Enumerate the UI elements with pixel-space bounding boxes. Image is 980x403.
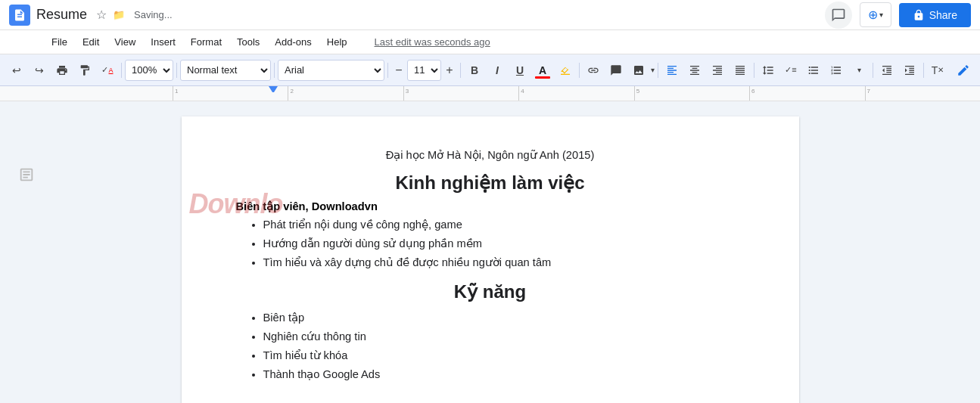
document-area[interactable]: Downlo Đại học Mở Hà Nội, Ngôn ngữ Anh (… xyxy=(0,101,980,403)
divider-9 xyxy=(873,63,873,78)
divider-2 xyxy=(176,63,177,78)
new-doc-button[interactable]: ⊕ ▾ xyxy=(860,2,891,27)
saving-indicator: Saving... xyxy=(134,9,173,20)
align-justify-button[interactable] xyxy=(730,60,751,81)
skill-bullet-2: Nghiên cứu thông tin xyxy=(263,327,745,346)
divider-4 xyxy=(387,63,388,78)
text-color-button[interactable]: A xyxy=(532,60,553,81)
menu-insert[interactable]: Insert xyxy=(145,33,182,51)
redo-button[interactable]: ↪ xyxy=(29,60,50,81)
numbered-list-button[interactable] xyxy=(826,60,847,81)
insert-link-button[interactable] xyxy=(583,60,604,81)
plus-icon: ⊕ xyxy=(868,8,878,22)
divider-6 xyxy=(579,63,580,78)
zoom-select[interactable]: 100% 75% 50% 125% 150% xyxy=(125,60,173,81)
spell-check-button[interactable]: ✓A xyxy=(97,60,118,81)
menu-view[interactable]: View xyxy=(108,33,142,51)
last-edit-text: Last edit was seconds ago xyxy=(375,36,490,48)
heading-ky-nang: Kỹ năng xyxy=(236,281,745,302)
app-icon[interactable] xyxy=(9,5,30,26)
decrease-font-button[interactable]: − xyxy=(391,60,406,81)
job-bullet-3: Tìm hiểu và xây dựng chủ đề được nhiều n… xyxy=(263,253,745,272)
align-left-button[interactable] xyxy=(661,60,683,81)
line-spacing-button[interactable] xyxy=(758,60,779,81)
divider-1 xyxy=(121,63,122,78)
insert-comment-button[interactable] xyxy=(605,60,627,81)
bold-button[interactable]: B xyxy=(464,60,485,81)
skill-bullet-1: Biên tập xyxy=(263,308,745,327)
title-right-actions: ⊕ ▾ Share xyxy=(825,2,971,29)
skill-bullet-4: Thành thạo Google Ads xyxy=(263,365,745,384)
menu-edit[interactable]: Edit xyxy=(76,33,105,51)
university-line: Đại học Mở Hà Nội, Ngôn ngữ Anh (2015) xyxy=(236,147,745,163)
divider-5 xyxy=(460,63,461,78)
align-right-button[interactable] xyxy=(707,60,728,81)
font-size-select[interactable]: 11 8 9 10 12 14 18 24 36 xyxy=(407,60,441,81)
style-select[interactable]: Normal text Title Heading 1 Heading 2 He… xyxy=(180,60,271,81)
insert-image-button[interactable] xyxy=(628,60,649,81)
italic-button[interactable]: I xyxy=(487,60,508,81)
menu-file[interactable]: File xyxy=(45,33,73,51)
title-bar: Resume ☆ 📁 Saving... ⊕ ▾ Share xyxy=(0,0,980,30)
chevron-down-icon: ▾ xyxy=(879,11,883,19)
print-button[interactable] xyxy=(51,60,73,81)
bullet-list-button[interactable] xyxy=(803,60,824,81)
divider-3 xyxy=(274,63,275,78)
page-outline-icon xyxy=(18,166,35,186)
decrease-indent-button[interactable] xyxy=(876,60,898,81)
clear-format-button[interactable]: T✕ xyxy=(927,60,948,81)
ruler: 1 2 3 4 5 6 7 xyxy=(0,86,980,101)
divider-7 xyxy=(658,63,658,78)
share-label: Share xyxy=(929,9,957,21)
folder-icon[interactable]: 📁 xyxy=(113,9,125,20)
menu-help[interactable]: Help xyxy=(321,33,353,51)
job-title: Biên tập viên, Downloadvn xyxy=(236,200,745,212)
paint-format-button[interactable] xyxy=(74,60,95,81)
divider-10 xyxy=(923,63,924,78)
title-icons: ☆ 📁 Saving... xyxy=(96,8,173,22)
document-page[interactable]: Downlo Đại học Mở Hà Nội, Ngôn ngữ Anh (… xyxy=(182,116,799,403)
checklist-button[interactable]: ✓≡ xyxy=(780,60,801,81)
increase-indent-button[interactable] xyxy=(899,60,920,81)
increase-font-button[interactable]: + xyxy=(442,60,457,81)
job-bullets-list: Phát triển nội dung về công nghệ, game H… xyxy=(263,215,745,272)
numbered-list-options-button[interactable]: ▾ xyxy=(848,60,870,81)
menu-tools[interactable]: Tools xyxy=(231,33,266,51)
font-select[interactable]: Arial Times New Roman Georgia xyxy=(278,60,384,81)
skills-bullets-list: Biên tập Nghiên cứu thông tin Tìm hiểu t… xyxy=(263,308,745,384)
job-bullet-1: Phát triển nội dung về công nghệ, game xyxy=(263,215,745,234)
share-button[interactable]: Share xyxy=(899,3,971,27)
menu-format[interactable]: Format xyxy=(185,33,228,51)
highlight-color-button[interactable] xyxy=(555,60,576,81)
align-center-button[interactable] xyxy=(684,60,705,81)
pen-button[interactable] xyxy=(953,60,974,81)
skill-bullet-3: Tìm hiểu từ khóa xyxy=(263,346,745,365)
menu-bar: File Edit View Insert Format Tools Add-o… xyxy=(0,30,980,54)
menu-addons[interactable]: Add-ons xyxy=(269,33,317,51)
comments-button[interactable] xyxy=(825,2,852,29)
star-icon[interactable]: ☆ xyxy=(96,8,107,22)
underline-button[interactable]: U xyxy=(509,60,530,81)
undo-button[interactable]: ↩ xyxy=(6,60,27,81)
heading-kinh-nghiem: Kinh nghiệm làm việc xyxy=(236,172,745,194)
job-bullet-2: Hướng dẫn người dùng sử dụng phần mềm xyxy=(263,234,745,253)
doc-title[interactable]: Resume xyxy=(36,7,87,23)
divider-8 xyxy=(754,63,754,78)
toolbar: ↩ ↪ ✓A 100% 75% 50% 125% 150% Normal tex… xyxy=(0,54,980,86)
font-size-group: − 11 8 9 10 12 14 18 24 36 + xyxy=(391,60,457,81)
svg-rect-0 xyxy=(561,73,570,74)
